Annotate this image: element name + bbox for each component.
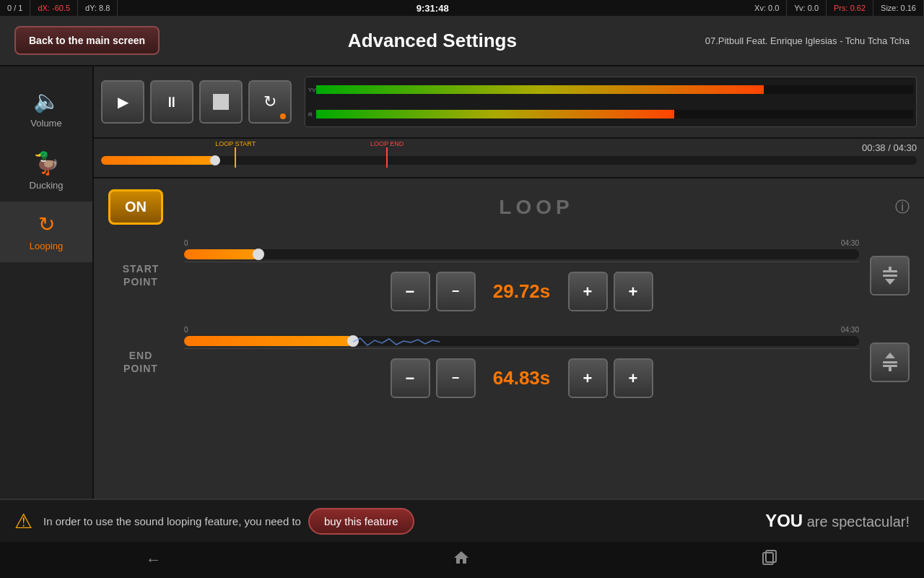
back-to-main-button[interactable]: Back to the main screen [14, 26, 160, 55]
start-set-current-button[interactable] [870, 256, 910, 296]
loop-on-button[interactable]: ON [108, 189, 163, 225]
svg-rect-3 [889, 267, 892, 271]
sidebar-label-ducking: Ducking [30, 180, 64, 191]
end-slider-track[interactable] [184, 336, 859, 346]
svg-rect-5 [883, 361, 897, 363]
android-nav-bar: ← [0, 542, 924, 578]
pause-button[interactable]: ⏸ [150, 80, 193, 124]
start-decrement-small[interactable]: − [436, 272, 476, 311]
loop-header: ON LOOP ⓘ [108, 189, 910, 225]
end-ticks [184, 348, 859, 353]
start-slider-fill [184, 249, 258, 259]
stop-button[interactable] [199, 80, 243, 124]
page-title: Advanced Settings [160, 30, 705, 52]
notice-text: In order to use the sound looping featur… [43, 515, 301, 527]
end-set-current-button[interactable] [870, 342, 910, 382]
end-point-label: ENDPOINT [108, 349, 173, 375]
end-point-value: 64.83s [479, 367, 565, 389]
start-increment-small[interactable]: + [568, 272, 608, 311]
end-increment-large[interactable]: + [614, 358, 653, 398]
sidebar-item-volume[interactable]: 🔈 Volume [0, 77, 92, 139]
track-name: 07.Pitbull Feat. Enrique Iglesias - Tchu… [705, 35, 910, 46]
main-area: 🔈 Volume 🦆 Ducking ↻ Looping ▶ ⏸ ↻ [0, 66, 924, 499]
start-point-value: 29.72s [479, 280, 565, 303]
status-bar: 0 / 1 dX: -60.5 dY: 8.8 9:31:48 Xv: 0.0 … [0, 0, 924, 16]
sidebar: 🔈 Volume 🦆 Ducking ↻ Looping [0, 66, 94, 499]
start-value-controls: − − 29.72s + + [184, 272, 859, 311]
nav-recent-button[interactable] [761, 549, 778, 571]
header: Back to the main screen Advanced Setting… [0, 16, 924, 66]
status-time: 9:31:48 [118, 0, 747, 16]
spectacular-text: YOU are spectacular! [765, 511, 910, 531]
start-point-label: STARTPOINT [108, 262, 173, 288]
transport-bar: ▶ ⏸ ↻ YV R [94, 66, 924, 139]
volume-icon: 🔈 [33, 88, 60, 113]
warning-icon: ⚠ [14, 509, 32, 533]
loop-start-marker: LOOP START [215, 140, 256, 168]
end-value-controls: − − 64.83s + + [184, 358, 859, 398]
loop-title: LOOP [178, 196, 895, 219]
start-point-row: STARTPOINT 0 04:30 − − 29.72s [108, 239, 910, 311]
sidebar-label-volume: Volume [30, 118, 61, 129]
progress-track[interactable]: LOOP START LOOP END [101, 156, 917, 165]
svg-marker-6 [885, 353, 895, 358]
svg-rect-4 [883, 365, 897, 367]
buy-feature-button[interactable]: buy this feature [308, 508, 414, 535]
svg-marker-2 [885, 279, 895, 285]
nav-back-button[interactable]: ← [146, 551, 162, 569]
end-point-row: ENDPOINT 0 04:30 [108, 326, 910, 398]
end-scale: 0 04:30 [184, 326, 859, 334]
looping-icon: ↻ [38, 212, 55, 236]
info-icon[interactable]: ⓘ [895, 197, 910, 217]
status-size: Size: 0.16 [873, 0, 924, 16]
vu-meter: YV R [305, 77, 917, 127]
start-increment-large[interactable]: + [614, 272, 653, 311]
vu-row-top: YV [305, 77, 916, 102]
status-coord: 0 / 1 [0, 0, 30, 16]
start-point-slider-area: 0 04:30 − − 29.72s + + [184, 239, 859, 311]
start-decrement-large[interactable]: − [391, 272, 430, 311]
start-scale: 0 04:30 [184, 239, 859, 247]
start-slider-track[interactable] [184, 249, 859, 259]
loop-transport-button[interactable]: ↻ [248, 80, 292, 124]
loop-end-marker: LOOP END [370, 140, 404, 168]
status-dx: dX: -60.5 [30, 0, 78, 16]
start-slider-thumb[interactable] [253, 249, 264, 260]
sidebar-item-ducking[interactable]: 🦆 Ducking [0, 139, 92, 202]
progress-fill [101, 156, 215, 165]
end-decrement-small[interactable]: − [436, 358, 476, 398]
nav-home-button[interactable] [453, 549, 470, 571]
progress-area: 00:38 / 04:30 LOOP START LOOP END [94, 139, 924, 178]
svg-rect-7 [889, 367, 892, 371]
status-yv: Yv: 0.0 [787, 0, 827, 16]
end-slider-fill [184, 336, 353, 346]
status-dy: dY: 8.8 [78, 0, 118, 16]
status-xv: Xv: 0.0 [747, 0, 787, 16]
waveform-display [353, 335, 440, 349]
status-prs: Prs: 0.62 [827, 0, 873, 16]
sidebar-label-looping: Looping [30, 241, 63, 251]
ducking-icon: 🦆 [33, 150, 60, 176]
start-ticks [184, 262, 859, 266]
end-increment-small[interactable]: + [568, 358, 608, 398]
vu-row-bottom: R [305, 102, 916, 126]
notice-bar: ⚠ In order to use the sound looping feat… [0, 499, 924, 542]
svg-rect-1 [883, 275, 897, 277]
end-decrement-large[interactable]: − [391, 358, 430, 398]
play-button[interactable]: ▶ [101, 80, 144, 124]
content-area: ▶ ⏸ ↻ YV R [94, 66, 924, 499]
loop-section: ON LOOP ⓘ STARTPOINT 0 04:30 [94, 178, 924, 499]
sidebar-item-looping[interactable]: ↻ Looping [0, 202, 92, 262]
end-point-slider-area: 0 04:30 − − 64.83 [184, 326, 859, 398]
